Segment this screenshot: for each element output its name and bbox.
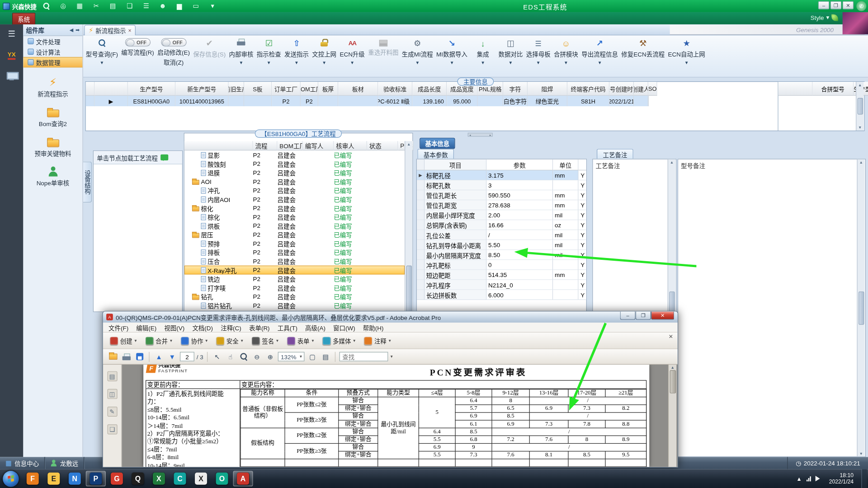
write-flow-toggle[interactable]: OFF 编写流程(R) — [120, 37, 156, 58]
tree-row[interactable]: 钻孔 P2 吕建会 已编写 — [184, 292, 405, 301]
tree-row[interactable]: 排板 P2 吕建会 已编写 — [184, 248, 405, 257]
menu-item[interactable]: 工具(T) — [274, 322, 301, 332]
param-row[interactable]: 管位孔距宽 278.638 mm Y — [417, 200, 586, 210]
chevron-down-icon[interactable]: ▼ — [598, 60, 602, 65]
secure-button[interactable]: 安全 ▾ — [214, 335, 246, 346]
component-tool-item[interactable]: 预审关键物料 — [23, 136, 82, 158]
tree-row[interactable]: 打字唛 P2 吕建会 已编写 — [184, 283, 405, 292]
zoom-in-icon[interactable]: ⊕ — [265, 351, 276, 362]
open-file-icon[interactable] — [108, 351, 118, 362]
column-header[interactable]: BOM工厂 — [301, 82, 318, 96]
param-row[interactable]: 管位孔距长 590.550 mm Y — [417, 190, 586, 200]
tab-basic-params[interactable]: 基本参数 — [417, 149, 454, 159]
column-header[interactable] — [94, 82, 127, 96]
sidebar-nav-item[interactable]: 数据管理 — [23, 57, 82, 67]
zoom-level-select[interactable]: 132%▾ — [278, 352, 305, 361]
chevron-down-icon[interactable]: ▼ — [267, 60, 271, 65]
combine-button[interactable]: 合并 ▾ — [143, 335, 175, 346]
param-row[interactable]: 最小内层隔离环宽度 8.50 mil Y — [417, 250, 586, 260]
tree-row[interactable]: 棕化 P2 吕建会 已编写 — [184, 204, 405, 213]
column-header[interactable]: 核审人 — [334, 141, 367, 150]
off-toggle[interactable]: OFF — [125, 38, 150, 46]
close-button[interactable]: ✕ — [651, 311, 674, 319]
maximize-button[interactable]: ❐ — [830, 1, 841, 9]
attachments-panel-icon[interactable]: ❏ — [107, 424, 117, 434]
column-header[interactable]: 单位 — [553, 160, 578, 170]
menu-item[interactable]: 文件(F) — [104, 322, 132, 332]
search-icon[interactable] — [42, 2, 51, 11]
merge-module-button[interactable]: 合拼模块 ▼ — [552, 37, 580, 67]
tree-row[interactable]: 压合 P2 吕建会 已编写 — [184, 257, 405, 266]
user-icon[interactable]: ☻ — [158, 2, 167, 11]
component-tool-item[interactable]: 新流程指示 — [23, 76, 82, 98]
forms-button[interactable]: 表单 ▾ — [284, 335, 316, 346]
save-icon[interactable] — [134, 351, 145, 362]
hamburger-menu-icon[interactable]: ☰ — [8, 29, 15, 39]
menu-item[interactable]: 编辑(E) — [132, 322, 160, 332]
doc-control-upload-button[interactable]: 文控上网 ▼ — [311, 37, 338, 67]
chevron-down-icon[interactable]: ▼ — [564, 60, 568, 65]
param-row[interactable]: 总铜厚(含表铜) 16.66 oz Y — [417, 220, 586, 230]
chart-icon[interactable]: ▆ — [175, 2, 184, 11]
tree-row[interactable]: 内层AOI P2 吕建会 已编写 — [184, 195, 405, 204]
sidebar-nav-item[interactable]: 文件处理 — [23, 36, 82, 47]
param-row[interactable]: 标靶孔数 3 Y — [417, 180, 586, 190]
taskbar-clock[interactable]: 18:10 2022/1/24 — [827, 472, 854, 485]
column-header[interactable]: 型号创建时间 — [609, 82, 634, 96]
yx-logo[interactable]: YX — [8, 51, 16, 60]
chevron-down-icon[interactable]: ▾ — [353, 338, 355, 343]
column-header[interactable]: 阻焊 — [528, 82, 567, 96]
generate-mi-flow-button[interactable]: 生成MI流程 ▼ — [400, 37, 434, 67]
start-modify-toggle[interactable]: OFF 启动修改(E) 取消(Z) — [156, 37, 191, 68]
model-query-button[interactable]: 型号查询(F) ▼ — [84, 37, 119, 67]
mi-data-import-button[interactable]: MI数据导入 ▼ — [434, 37, 469, 67]
phone-icon[interactable]: ✆ — [856, 1, 866, 11]
column-header[interactable]: 状态 — [367, 141, 398, 150]
off-toggle[interactable]: OFF — [161, 38, 186, 46]
chevron-down-icon[interactable]: ▾ — [389, 338, 391, 343]
reselect-cutting-map-button[interactable]: 重选开料图 — [366, 37, 400, 58]
monitor-icon[interactable] — [7, 72, 17, 80]
param-row[interactable]: 内层最小焊环宽度 2.00 mil Y — [417, 210, 586, 220]
tree-row[interactable]: 显影 P2 吕建会 已编写 — [184, 150, 405, 160]
bookmarks-panel-icon[interactable]: ◫ — [107, 389, 117, 399]
create-button[interactable]: 创建 ▾ — [108, 335, 140, 346]
column-header[interactable]: 订单工厂 — [272, 82, 301, 96]
column-header[interactable]: 合拼型号 — [813, 82, 854, 96]
chevron-down-icon[interactable]: ▼ — [239, 60, 244, 65]
chevron-down-icon[interactable]: ▾ — [241, 338, 243, 343]
dropdown-icon[interactable]: ▾ — [208, 2, 217, 11]
column-header[interactable]: 成品长度 — [412, 82, 447, 96]
find-input[interactable] — [340, 352, 388, 361]
tree-row[interactable]: 酸蚀刻 P2 吕建会 已编写 — [184, 160, 405, 169]
scissors-icon[interactable]: ✂ — [92, 2, 101, 11]
chevron-down-icon[interactable]: ▾ — [311, 338, 314, 343]
minimize-button[interactable]: – — [818, 1, 829, 9]
component-tool-item[interactable]: Bom查询2 — [23, 107, 82, 128]
pdf-scrollbar[interactable]: ▲ — [668, 365, 676, 467]
instruction-check-button[interactable]: 指示检查 ▼ — [255, 37, 283, 67]
param-row[interactable]: 孔位公差 / mil Y — [417, 230, 586, 240]
start-button[interactable] — [3, 470, 19, 487]
data-compare-button[interactable]: 数据对比 ▼ — [497, 37, 524, 67]
main-info-data-row[interactable]: ▶ES81H00GA010011400013965P2P2IPC-6012 Ⅱ级… — [86, 96, 864, 106]
column-header[interactable]: 创建人 — [634, 82, 648, 96]
info-center-button[interactable]: ▦ 信息中心 — [0, 457, 45, 469]
chevron-down-icon[interactable]: ▼ — [450, 60, 454, 65]
column-header[interactable]: BOM工厂 — [277, 141, 302, 150]
splitter-handle[interactable]: ◂▸ — [468, 133, 493, 137]
param-row[interactable]: 钻孔到导体最小距离 5.50 mil Y — [417, 240, 586, 250]
sidebar-nav-item[interactable]: 设计算法 — [23, 47, 82, 57]
param-row[interactable]: 长边拼板数 6.000 Y — [417, 290, 586, 300]
internal-audit-button[interactable]: 内部审核 ▼ — [227, 37, 255, 67]
tree-row[interactable]: 烘板 P2 吕建会 已编写 — [184, 221, 405, 230]
param-row[interactable]: 冲孔靶标 0 Y — [417, 260, 586, 270]
column-header[interactable]: 新生产型号 — [175, 82, 229, 96]
param-row[interactable]: 冲孔程序 N2124_0 Y — [417, 280, 586, 290]
menu-item[interactable]: 注释(C) — [217, 322, 245, 332]
column-header[interactable]: S板 — [244, 82, 272, 96]
tree-row[interactable]: 棕化 P2 吕建会 已编写 — [184, 212, 405, 221]
volume-icon[interactable] — [815, 476, 822, 481]
column-header[interactable]: 项目 — [425, 160, 486, 170]
chevron-down-icon[interactable]: ▼ — [350, 60, 354, 65]
